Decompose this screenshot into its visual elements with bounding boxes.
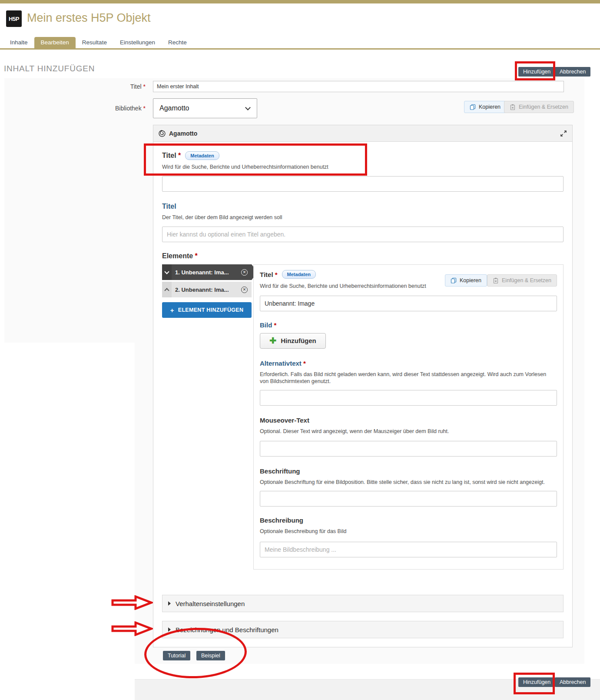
- image-field-heading: Bild *: [260, 321, 557, 329]
- content-heading: INHALT HINZUFÜGEN: [4, 64, 95, 73]
- library-select[interactable]: Agamotto: [153, 98, 257, 118]
- content-title-input[interactable]: [153, 81, 564, 92]
- element-title-input[interactable]: [260, 296, 557, 311]
- hover-text-description: Optional. Dieser Text wird angezeigt, we…: [260, 428, 555, 435]
- metadata-title-input[interactable]: [162, 176, 564, 192]
- element-list-item-1[interactable]: 1. Unbenannt: Ima... ✕: [162, 264, 252, 280]
- image-field-label: Bild: [260, 321, 272, 329]
- tab-underline: [0, 48, 600, 50]
- alt-text-input[interactable]: [260, 390, 557, 406]
- tab-resultate[interactable]: Resultate: [76, 37, 113, 48]
- plus-icon: +: [170, 307, 174, 314]
- metadata-button[interactable]: Metadaten: [282, 270, 316, 279]
- expand-icon[interactable]: [560, 130, 567, 137]
- add-image-label: Hinzufügen: [281, 337, 316, 344]
- required-asterisk: *: [143, 83, 146, 90]
- paste-replace-button-element[interactable]: Einfügen & Ersetzen: [487, 274, 557, 287]
- library-selected-value: Agamotto: [159, 104, 189, 112]
- required-asterisk: *: [195, 252, 198, 260]
- h5p-editor-screen: H5P Mein erstes H5P Objekt Inhalte Bearb…: [0, 0, 600, 700]
- tab-inhalte[interactable]: Inhalte: [3, 37, 34, 48]
- caption-heading: Beschriftung: [260, 467, 557, 475]
- required-asterisk: *: [274, 321, 277, 329]
- required-asterisk: *: [303, 360, 306, 367]
- add-content-button-top[interactable]: Hinzufügen: [518, 67, 555, 77]
- optional-title-input[interactable]: [162, 227, 564, 242]
- accordion-label: Bezeichnungen und Beschriftungen: [176, 626, 278, 633]
- remove-element-icon[interactable]: ✕: [241, 269, 248, 276]
- paste-replace-button-top[interactable]: Einfügen & Ersetzen: [504, 101, 574, 113]
- metadata-title-heading: Titel *: [162, 152, 181, 160]
- element-list: 1. Unbenannt: Ima... ✕ 2. Unbenannt: Ima…: [162, 264, 252, 570]
- remove-element-icon[interactable]: ✕: [241, 287, 248, 293]
- agamotto-panel-body: Titel * Metadaten Wird für die Suche, Be…: [153, 142, 572, 638]
- element-item-label: 2. Unbenannt: Ima...: [172, 287, 239, 293]
- metadata-title-description: Wird für die Suche, Berichte und Urheber…: [162, 164, 457, 171]
- metadata-title-text: Titel: [162, 152, 176, 159]
- tab-bearbeiten[interactable]: Bearbeiten: [34, 37, 76, 48]
- h5p-logo: H5P: [6, 10, 22, 27]
- triangle-right-icon: [168, 627, 171, 632]
- cancel-button-top[interactable]: Abbrechen: [555, 67, 590, 77]
- element-form-panel: Titel * Metadaten Kopieren Einfügen & Er…: [253, 264, 564, 570]
- hover-text-heading: Mouseover-Text: [260, 417, 557, 424]
- hover-text-input[interactable]: [260, 441, 557, 457]
- required-asterisk: *: [178, 152, 181, 159]
- tab-bar: Inhalte Bearbeiten Resultate Einstellung…: [3, 37, 193, 48]
- cancel-button-bottom[interactable]: Abbrechen: [555, 677, 590, 687]
- library-label-text: Bibliothek: [115, 105, 142, 112]
- copy-label: Kopieren: [460, 277, 481, 283]
- caption-input[interactable]: [260, 491, 557, 507]
- element-metadata-heading: Titel *: [260, 271, 278, 278]
- accordion-label: Verhaltenseinstellungen: [176, 600, 245, 607]
- collapse-toggle[interactable]: [162, 282, 172, 297]
- copy-label: Kopieren: [479, 104, 501, 110]
- image-description-input[interactable]: [260, 542, 557, 557]
- alt-text-description: Erforderlich. Falls das Bild nicht gelad…: [260, 371, 555, 385]
- paste-replace-label: Einfügen & Ersetzen: [502, 277, 551, 283]
- chevron-down-icon: [164, 269, 169, 274]
- description-heading: Beschreibung: [260, 517, 557, 524]
- add-element-label: ELEMENT HINZUFÜGEN: [178, 307, 244, 313]
- chevron-up-icon: [164, 288, 169, 293]
- agamotto-spiral-icon: [159, 130, 166, 137]
- accordion-labels-captions[interactable]: Bezeichnungen und Beschriftungen: [162, 621, 564, 638]
- agamotto-editor-panel: Agamotto Titel * Metadaten Wird für die …: [153, 125, 573, 647]
- alt-text-heading: Alternativtext *: [260, 360, 557, 367]
- blank-region: [0, 343, 135, 700]
- accordion-behaviour-settings[interactable]: Verhaltenseinstellungen: [162, 595, 564, 612]
- paste-icon: [493, 277, 499, 284]
- tab-einstellungen[interactable]: Einstellungen: [113, 37, 162, 48]
- add-image-button[interactable]: ✚ Hinzufügen: [260, 333, 326, 349]
- example-button[interactable]: Beispiel: [196, 651, 225, 660]
- copy-button-top[interactable]: Kopieren: [464, 101, 506, 113]
- collapse-toggle[interactable]: [162, 264, 172, 280]
- elements-row: 1. Unbenannt: Ima... ✕ 2. Unbenannt: Ima…: [162, 264, 564, 570]
- paste-icon: [510, 104, 516, 110]
- copy-icon: [451, 277, 457, 283]
- title-label-text: Titel: [130, 83, 142, 90]
- description-description: Optionale Beschreibung für das Bild: [260, 528, 555, 535]
- plus-icon: ✚: [269, 337, 276, 345]
- top-accent-bar: [0, 0, 600, 3]
- metadata-title-group: Titel * Metadaten: [162, 142, 564, 160]
- tutorial-button[interactable]: Tutorial: [163, 651, 190, 660]
- title-field-label: Titel *: [65, 83, 146, 90]
- alt-text-label: Alternativtext: [260, 360, 302, 367]
- add-content-button-bottom[interactable]: Hinzufügen: [518, 677, 555, 687]
- element-metadata-title-text: Titel: [260, 271, 273, 278]
- page-title: Mein erstes H5P Objekt: [27, 11, 151, 25]
- agamotto-panel-header: Agamotto: [153, 125, 572, 142]
- elements-heading: Elemente *: [162, 252, 564, 260]
- required-asterisk: *: [275, 271, 278, 278]
- tab-rechte[interactable]: Rechte: [162, 37, 193, 48]
- library-field-label: Bibliothek *: [65, 105, 146, 112]
- copy-button-element[interactable]: Kopieren: [445, 274, 487, 287]
- add-element-button[interactable]: + ELEMENT HINZUFÜGEN: [162, 302, 252, 318]
- triangle-right-icon: [168, 601, 171, 606]
- elements-heading-text: Elemente: [162, 252, 193, 260]
- optional-title-description: Der Titel, der über dem Bild angezeigt w…: [162, 214, 457, 221]
- required-asterisk: *: [143, 105, 146, 112]
- metadata-button[interactable]: Metadaten: [185, 151, 219, 160]
- element-list-item-2[interactable]: 2. Unbenannt: Ima... ✕: [162, 282, 252, 297]
